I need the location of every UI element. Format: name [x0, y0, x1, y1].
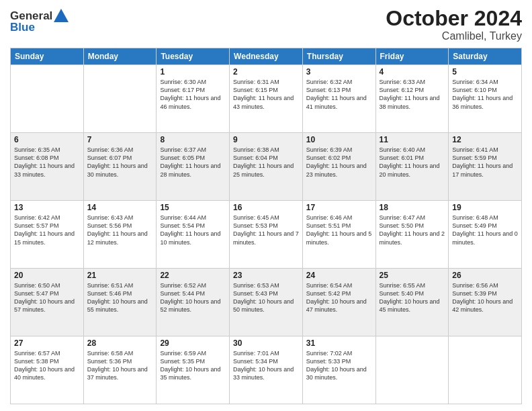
day-number: 14 — [87, 203, 153, 212]
calendar-title: October 2024 — [386, 7, 522, 30]
table-row: 20Sunrise: 6:50 AM Sunset: 5:47 PM Dayli… — [11, 269, 84, 336]
day-number: 17 — [306, 203, 372, 212]
day-content: Sunrise: 6:47 AM Sunset: 5:50 PM Dayligh… — [380, 214, 445, 246]
day-number: 5 — [452, 67, 518, 77]
title-block: October 2024 Camlibel, Turkey — [386, 7, 522, 42]
table-row — [83, 65, 157, 133]
calendar-week-row: 1Sunrise: 6:30 AM Sunset: 6:17 PM Daylig… — [11, 65, 522, 133]
day-number: 6 — [14, 135, 80, 144]
table-row: 4Sunrise: 6:33 AM Sunset: 6:12 PM Daylig… — [375, 65, 449, 133]
table-row: 1Sunrise: 6:30 AM Sunset: 6:17 PM Daylig… — [157, 65, 230, 133]
day-content: Sunrise: 6:57 AM Sunset: 5:38 PM Dayligh… — [14, 349, 80, 382]
table-row: 26Sunrise: 6:56 AM Sunset: 5:39 PM Dayli… — [449, 269, 522, 336]
day-number: 24 — [306, 271, 372, 280]
day-number: 10 — [306, 135, 372, 144]
day-content: Sunrise: 6:30 AM Sunset: 6:17 PM Dayligh… — [160, 78, 226, 111]
day-number: 29 — [160, 338, 226, 348]
calendar-week-row: 27Sunrise: 6:57 AM Sunset: 5:38 PM Dayli… — [11, 336, 522, 404]
table-row: 17Sunrise: 6:46 AM Sunset: 5:51 PM Dayli… — [302, 201, 375, 269]
col-sunday: Sunday — [11, 48, 84, 65]
day-content: Sunrise: 6:52 AM Sunset: 5:44 PM Dayligh… — [160, 281, 226, 314]
day-number: 2 — [233, 67, 299, 77]
day-content: Sunrise: 7:02 AM Sunset: 5:33 PM Dayligh… — [306, 349, 372, 382]
day-content: Sunrise: 6:55 AM Sunset: 5:40 PM Dayligh… — [380, 281, 445, 314]
table-row: 10Sunrise: 6:39 AM Sunset: 6:02 PM Dayli… — [302, 133, 375, 201]
day-content: Sunrise: 6:32 AM Sunset: 6:13 PM Dayligh… — [306, 78, 372, 111]
table-row: 3Sunrise: 6:32 AM Sunset: 6:13 PM Daylig… — [302, 65, 375, 133]
table-row: 21Sunrise: 6:51 AM Sunset: 5:46 PM Dayli… — [83, 269, 157, 336]
day-number: 15 — [160, 203, 226, 212]
page: General Blue October 2024 Camlibel, Turk… — [0, 0, 532, 411]
day-content: Sunrise: 6:43 AM Sunset: 5:56 PM Dayligh… — [87, 214, 153, 246]
col-tuesday: Tuesday — [157, 48, 230, 65]
day-number: 18 — [380, 203, 445, 212]
day-content: Sunrise: 6:56 AM Sunset: 5:39 PM Dayligh… — [452, 281, 518, 314]
day-content: Sunrise: 6:31 AM Sunset: 6:15 PM Dayligh… — [233, 78, 299, 111]
day-content: Sunrise: 6:42 AM Sunset: 5:57 PM Dayligh… — [14, 214, 80, 246]
day-content: Sunrise: 6:41 AM Sunset: 5:59 PM Dayligh… — [452, 146, 518, 179]
day-content: Sunrise: 6:39 AM Sunset: 6:02 PM Dayligh… — [306, 146, 372, 179]
day-content: Sunrise: 6:53 AM Sunset: 5:43 PM Dayligh… — [233, 281, 299, 314]
day-content: Sunrise: 6:40 AM Sunset: 6:01 PM Dayligh… — [380, 146, 445, 179]
day-content: Sunrise: 6:38 AM Sunset: 6:04 PM Dayligh… — [233, 146, 299, 179]
table-row: 9Sunrise: 6:38 AM Sunset: 6:04 PM Daylig… — [230, 133, 303, 201]
table-row: 19Sunrise: 6:48 AM Sunset: 5:49 PM Dayli… — [449, 201, 522, 269]
day-number: 31 — [306, 338, 372, 348]
day-content: Sunrise: 6:59 AM Sunset: 5:35 PM Dayligh… — [160, 349, 226, 382]
table-row: 25Sunrise: 6:55 AM Sunset: 5:40 PM Dayli… — [375, 269, 449, 336]
col-saturday: Saturday — [449, 48, 522, 65]
day-content: Sunrise: 6:45 AM Sunset: 5:53 PM Dayligh… — [233, 214, 299, 246]
day-content: Sunrise: 6:44 AM Sunset: 5:54 PM Dayligh… — [160, 214, 226, 246]
day-number: 11 — [380, 135, 445, 144]
day-number: 3 — [306, 67, 372, 77]
table-row: 13Sunrise: 6:42 AM Sunset: 5:57 PM Dayli… — [11, 201, 84, 269]
day-content: Sunrise: 6:37 AM Sunset: 6:05 PM Dayligh… — [160, 146, 226, 179]
day-content: Sunrise: 6:51 AM Sunset: 5:46 PM Dayligh… — [87, 281, 153, 314]
col-thursday: Thursday — [302, 48, 375, 65]
logo-icon — [54, 9, 69, 22]
logo: General Blue — [10, 7, 69, 34]
day-number: 25 — [380, 271, 445, 280]
table-row — [11, 65, 84, 133]
day-content: Sunrise: 7:01 AM Sunset: 5:34 PM Dayligh… — [233, 349, 299, 382]
day-content: Sunrise: 6:48 AM Sunset: 5:49 PM Dayligh… — [452, 214, 518, 246]
table-row: 7Sunrise: 6:36 AM Sunset: 6:07 PM Daylig… — [83, 133, 157, 201]
day-content: Sunrise: 6:33 AM Sunset: 6:12 PM Dayligh… — [380, 78, 445, 111]
table-row: 15Sunrise: 6:44 AM Sunset: 5:54 PM Dayli… — [157, 201, 230, 269]
day-number: 12 — [452, 135, 518, 144]
table-row: 8Sunrise: 6:37 AM Sunset: 6:05 PM Daylig… — [157, 133, 230, 201]
table-row: 18Sunrise: 6:47 AM Sunset: 5:50 PM Dayli… — [375, 201, 449, 269]
day-content: Sunrise: 6:58 AM Sunset: 5:36 PM Dayligh… — [87, 349, 153, 382]
day-content: Sunrise: 6:50 AM Sunset: 5:47 PM Dayligh… — [14, 281, 80, 314]
day-number: 28 — [87, 338, 153, 348]
day-number: 16 — [233, 203, 299, 212]
logo-blue: Blue — [10, 21, 69, 34]
table-row — [375, 336, 449, 404]
table-row: 16Sunrise: 6:45 AM Sunset: 5:53 PM Dayli… — [230, 201, 303, 269]
calendar-week-row: 6Sunrise: 6:35 AM Sunset: 6:08 PM Daylig… — [11, 133, 522, 201]
header-row: Sunday Monday Tuesday Wednesday Thursday… — [11, 48, 522, 65]
day-number: 21 — [87, 271, 153, 280]
day-number: 27 — [14, 338, 80, 348]
day-number: 20 — [14, 271, 80, 280]
table-row: 22Sunrise: 6:52 AM Sunset: 5:44 PM Dayli… — [157, 269, 230, 336]
table-row: 11Sunrise: 6:40 AM Sunset: 6:01 PM Dayli… — [375, 133, 449, 201]
day-number: 1 — [160, 67, 226, 77]
day-number: 7 — [87, 135, 153, 144]
calendar-table: Sunday Monday Tuesday Wednesday Thursday… — [10, 48, 522, 404]
day-content: Sunrise: 6:54 AM Sunset: 5:42 PM Dayligh… — [306, 281, 372, 314]
col-monday: Monday — [83, 48, 157, 65]
day-number: 26 — [452, 271, 518, 280]
table-row: 23Sunrise: 6:53 AM Sunset: 5:43 PM Dayli… — [230, 269, 303, 336]
day-number: 13 — [14, 203, 80, 212]
day-number: 22 — [160, 271, 226, 280]
table-row: 6Sunrise: 6:35 AM Sunset: 6:08 PM Daylig… — [11, 133, 84, 201]
table-row: 5Sunrise: 6:34 AM Sunset: 6:10 PM Daylig… — [449, 65, 522, 133]
table-row: 31Sunrise: 7:02 AM Sunset: 5:33 PM Dayli… — [302, 336, 375, 404]
col-friday: Friday — [375, 48, 449, 65]
calendar-subtitle: Camlibel, Turkey — [386, 30, 522, 42]
day-content: Sunrise: 6:36 AM Sunset: 6:07 PM Dayligh… — [87, 146, 153, 179]
day-content: Sunrise: 6:34 AM Sunset: 6:10 PM Dayligh… — [452, 78, 518, 111]
header: General Blue October 2024 Camlibel, Turk… — [10, 7, 522, 42]
table-row: 24Sunrise: 6:54 AM Sunset: 5:42 PM Dayli… — [302, 269, 375, 336]
